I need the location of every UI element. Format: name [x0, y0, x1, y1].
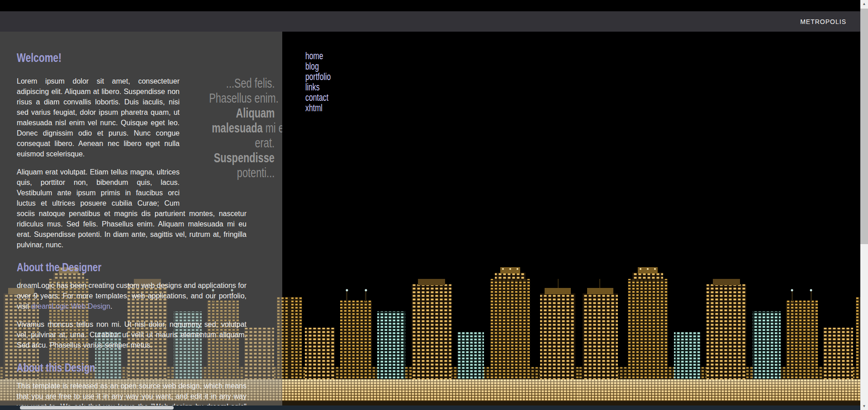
nav-link-xhtml[interactable]: xhtml: [305, 103, 323, 113]
scroll-down-icon: ▼: [863, 404, 866, 408]
nav-item: portfolio: [305, 71, 341, 82]
site-header: METROPOLIS: [0, 11, 860, 32]
nav-link-home[interactable]: home: [305, 51, 323, 61]
browser-viewport: METROPOLIS home blog portfolio links con…: [0, 0, 868, 410]
nav-item: contact: [305, 92, 341, 103]
about-designer-heading: About the Designer: [17, 261, 247, 273]
nav-link-links[interactable]: links: [305, 82, 320, 92]
pull-quote: ...Sed felis. Phasellus enim. Aliquam ma…: [186, 76, 275, 198]
nav-item: links: [305, 82, 341, 92]
vertical-scrollbar[interactable]: ▲ ▼: [860, 0, 868, 410]
content-panel: Welcome! ...Sed felis. Phasellus enim. A…: [0, 32, 282, 410]
dreamlogic-link[interactable]: dreamLogic Web Design: [31, 302, 110, 310]
nav-item: xhtml: [305, 103, 341, 113]
pull-quote-line: potenti...: [237, 165, 275, 180]
nav-link-portfolio[interactable]: portfolio: [305, 71, 331, 82]
pull-quote-line: ...Sed felis.: [226, 76, 275, 91]
vertical-scrollbar-thumb[interactable]: [860, 9, 868, 244]
vivamus-paragraph: Vivamus rhoncus tellus non mi. Ut nisl d…: [17, 319, 247, 350]
scroll-up-icon: ▲: [863, 2, 866, 6]
scroll-up-button[interactable]: ▲: [860, 0, 868, 8]
pull-quote-line: malesuada mi eu: [212, 121, 282, 136]
horizontal-scrollbar-thumb[interactable]: [20, 406, 174, 410]
main-nav: home blog portfolio links contact xhtml: [305, 51, 341, 113]
site-logo: METROPOLIS: [800, 18, 846, 25]
designer-paragraph: dreamLogic has been creating custom web …: [17, 280, 247, 311]
nav-item: home: [305, 51, 341, 61]
top-black-bar: [0, 0, 860, 11]
scroll-down-button[interactable]: ▼: [860, 402, 868, 410]
nav-link-blog[interactable]: blog: [305, 61, 319, 71]
nav-item: blog: [305, 61, 341, 71]
horizontal-scrollbar[interactable]: [0, 405, 860, 410]
about-design-heading: About this Design: [17, 361, 247, 374]
pull-quote-line: erat.: [255, 136, 275, 151]
pull-quote-line: Aliquam: [236, 106, 275, 121]
pull-quote-line: Phasellus enim.: [209, 91, 279, 106]
pull-quote-line: Suspendisse: [214, 151, 275, 165]
welcome-heading: Welcome!: [17, 52, 247, 64]
nav-link-contact[interactable]: contact: [305, 92, 328, 103]
